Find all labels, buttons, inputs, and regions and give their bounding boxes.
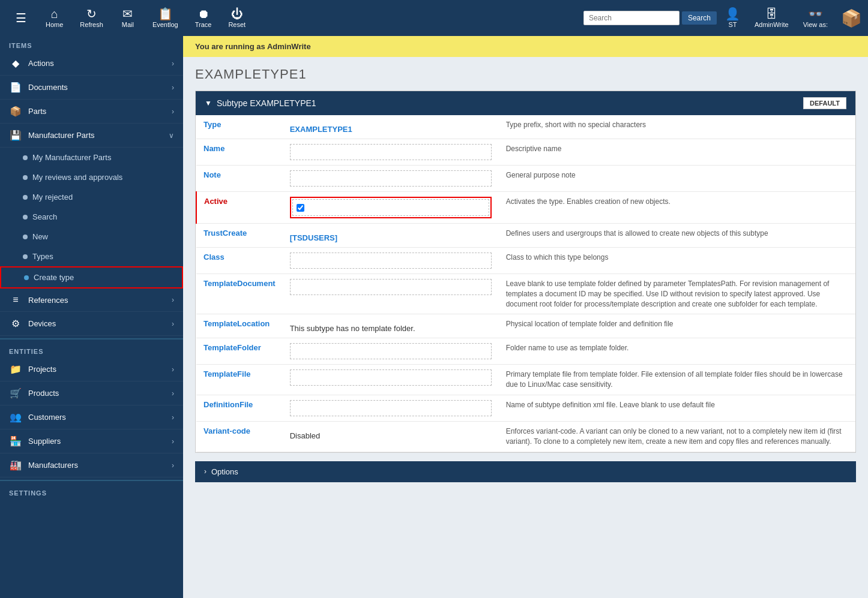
user-adminwrite[interactable]: 🗄 AdminWrite [749,4,795,32]
field-label-template-location: TemplateLocation [196,314,283,338]
field-input-note[interactable] [290,170,492,187]
home-button[interactable]: ⌂ Home [38,4,70,32]
sidebar-item-documents[interactable]: 📄 Documents › [0,76,183,100]
subtype-header[interactable]: ▼ Subtype EXAMPLETYPE1 DEFAULT [196,91,855,115]
adminwrite-icon: 🗄 [765,8,777,20]
sidebar-item-my-reviews-approvals[interactable]: My reviews and approvals [0,167,183,187]
field-row-template-file: TemplateFilePrimary template file from t… [196,365,855,395]
user-st[interactable]: 👤 ST [719,4,746,32]
projects-arrow: › [172,365,174,374]
field-input-class[interactable] [290,253,492,269]
field-value-template-document [283,274,499,314]
refresh-icon: ↻ [86,8,97,20]
field-desc-variant-code: Enforces variant-code. A variant can onl… [499,421,855,452]
field-value-type: EXAMPLETYPE1 [283,115,499,139]
subtype-panel: ▼ Subtype EXAMPLETYPE1 DEFAULT TypeEXAMP… [195,91,856,453]
sidebar-divider [0,338,183,339]
references-arrow: › [172,296,174,304]
sidebar-item-customers[interactable]: 👥 Customers › [0,405,183,429]
sidebar-item-search[interactable]: Search [0,207,183,227]
dot-icon [23,195,28,200]
documents-arrow: › [172,83,174,92]
sidebar-item-my-rejected[interactable]: My rejected [0,187,183,207]
sidebar-item-products[interactable]: 🛒 Products › [0,381,183,405]
sidebar-item-my-manufacturer-parts[interactable]: My Manufacturer Parts [0,148,183,167]
eventlog-button[interactable]: 📋 Eventlog [145,4,185,32]
field-label-definition-file: DefinitionFile [196,395,283,421]
options-panel[interactable]: › Options [195,461,856,482]
suppliers-arrow: › [172,437,174,446]
field-active-wrap [290,197,492,218]
new-label: New [32,232,48,241]
page-title: EXAMPLETYPE1 [195,67,856,82]
field-desc-type: Type prefix, short with no special chara… [499,115,855,139]
field-value-text-template-location: This subtype has no template folder. [290,319,415,333]
trace-icon: ⏺ [197,8,209,20]
manufacturer-parts-label: Manufacturer Parts [28,131,163,140]
sidebar-item-references[interactable]: ≡ References › [0,289,183,312]
products-label: Products [28,389,166,398]
field-value-text-trustcreate: [TSDUSERS] [290,229,337,242]
banner-text: You are running as AdminWrite [195,42,311,51]
sidebar: ITEMS ◆ Actions › 📄 Documents › 📦 Parts … [0,36,183,598]
sidebar-item-create-type[interactable]: Create type [0,266,183,289]
sidebar-item-new[interactable]: New [0,227,183,247]
products-icon: 🛒 [9,387,22,399]
field-input-template-folder[interactable] [290,343,492,359]
home-label: Home [46,21,63,28]
field-desc-template-folder: Folder name to use as template folder. [499,338,855,365]
dot-icon [23,254,28,259]
field-label-type: Type [196,115,283,139]
manufacturers-arrow: › [172,461,174,470]
viewas-label: View as: [803,21,828,28]
menu-icon: ☰ [16,12,26,24]
field-row-note: NoteGeneral purpose note [196,166,855,192]
sidebar-item-manufacturers[interactable]: 🏭 Manufacturers › [0,453,183,477]
sidebar-item-actions[interactable]: ◆ Actions › [0,52,183,76]
field-label-class: Class [196,248,283,274]
field-checkbox-active[interactable] [297,204,304,212]
search-input[interactable] [583,11,680,25]
user-st-label: ST [728,21,737,28]
default-button[interactable]: DEFAULT [803,97,846,109]
viewas-button[interactable]: 👓 View as: [797,4,834,32]
sidebar-item-projects[interactable]: 📁 Projects › [0,357,183,381]
adminwrite-label: AdminWrite [755,21,789,28]
sidebar-item-suppliers[interactable]: 🏪 Suppliers › [0,429,183,453]
menu-button[interactable]: ☰ [6,8,36,28]
projects-label: Projects [28,365,166,374]
sidebar-item-types[interactable]: Types [0,247,183,266]
actions-arrow: › [172,59,174,68]
refresh-button[interactable]: ↻ Refresh [73,4,110,32]
options-label: Options [211,467,238,476]
search-button[interactable]: Search [682,11,717,25]
dot-icon [23,215,28,220]
field-desc-active: Activates the type. Enables creation of … [499,192,855,224]
dot-icon [23,235,28,239]
sidebar-item-manufacturer-parts[interactable]: 💾 Manufacturer Parts ∨ [0,124,183,148]
dot-icon [23,155,28,160]
field-input-definition-file[interactable] [290,400,492,416]
mail-button[interactable]: ✉ Mail [113,4,143,32]
field-value-template-folder [283,338,499,365]
content-area: You are running as AdminWrite EXAMPLETYP… [183,36,868,598]
field-input-template-document[interactable] [290,279,492,295]
field-value-text-variant-code: Disabled [290,426,321,440]
sidebar-item-parts[interactable]: 📦 Parts › [0,100,183,124]
field-value-class [283,248,499,274]
field-input-template-file[interactable] [290,369,492,386]
field-input-name[interactable] [290,144,492,160]
user-icon: 👤 [725,8,740,20]
sidebar-item-devices[interactable]: ⚙ Devices › [0,312,183,336]
documents-label: Documents [28,83,166,92]
form-table: TypeEXAMPLETYPE1Type prefix, short with … [196,115,855,452]
reset-button[interactable]: ⏻ Reset [221,4,253,32]
trace-button[interactable]: ⏺ Trace [188,4,219,32]
documents-icon: 📄 [9,82,22,93]
reset-label: Reset [228,21,246,28]
options-arrow-icon: › [204,467,206,476]
field-label-name: Name [196,139,283,166]
field-value-variant-code: Disabled [283,421,499,452]
field-label-template-folder: TemplateFolder [196,338,283,365]
field-value-trustcreate: [TSDUSERS] [283,224,499,248]
